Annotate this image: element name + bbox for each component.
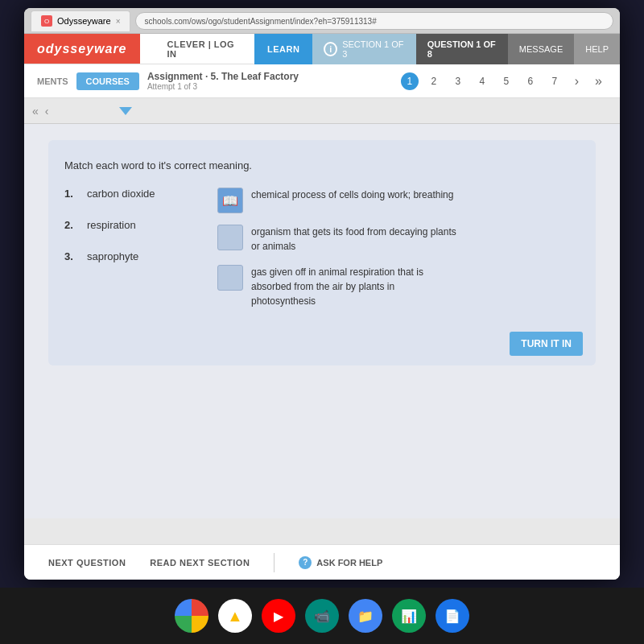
word-num-3: 3.	[64, 250, 80, 262]
taskbar-meet[interactable]: 📹	[305, 599, 339, 633]
assignment-sub: Attempt 1 of 3	[147, 82, 299, 91]
app-topbar: odysseyware Clever | Log in LEARN i SECT…	[24, 34, 620, 64]
words-column: 1. carbon dioxide 2. respiration 3. sapr…	[64, 188, 193, 320]
taskbar: ▲ ▶ 📹 📁 📊 📄	[0, 588, 644, 644]
word-num-1: 1.	[64, 188, 80, 200]
drag-icon-1: 📖	[222, 193, 238, 208]
assignment-bar: MENTS COURSES Assignment · 5. The Leaf F…	[24, 64, 620, 98]
nav-clever[interactable]: Clever | Log in	[156, 34, 255, 64]
word-text-3: saprophyte	[87, 250, 138, 262]
page-indicator	[119, 107, 132, 115]
page-num-2[interactable]: 2	[425, 72, 443, 90]
nav-learn[interactable]: LEARN	[254, 34, 312, 64]
read-next-section-button[interactable]: READ NEXT SECTION	[150, 558, 250, 568]
definition-text-1: chemical process of cells doing work; br…	[251, 188, 453, 202]
back-double-arrow[interactable]: «	[32, 105, 39, 118]
nav-help[interactable]: HELP	[574, 34, 620, 64]
drag-box-1[interactable]: 📖	[217, 188, 243, 213]
courses-button[interactable]: COURSES	[76, 72, 139, 90]
back-arrow[interactable]: ‹	[45, 105, 49, 118]
ments-label: MENTS	[37, 76, 68, 86]
taskbar-drive[interactable]: ▲	[218, 599, 252, 633]
taskbar-chrome[interactable]	[175, 599, 208, 633]
tab-favicon: O	[41, 15, 52, 27]
definition-text-3: gas given off in animal respiration that…	[251, 265, 460, 308]
nav-question-tab[interactable]: QUESTION 1 OF 8	[416, 34, 508, 64]
browser-bar: O Odysseyware × schools.com/ows/ogo/stud…	[24, 8, 620, 34]
word-item-3: 3. saprophyte	[64, 250, 193, 262]
nav-right: LEARN i SECTION 1 OF 3 QUESTION 1 OF 8 M…	[254, 34, 620, 64]
definition-item-3: gas given off in animal respiration that…	[217, 265, 580, 308]
definition-item-2: organism that gets its food from decayin…	[217, 225, 580, 254]
page-double-next-arrow[interactable]: »	[590, 72, 607, 90]
taskbar-youtube[interactable]: ▶	[262, 599, 295, 633]
turn-it-in-button[interactable]: TURN IT IN	[510, 332, 583, 356]
taskbar-docs[interactable]: 📄	[436, 599, 469, 633]
word-num-2: 2.	[64, 219, 80, 231]
main-content: Match each word to it's correct meaning.…	[24, 124, 620, 518]
word-text-2: respiration	[87, 219, 136, 231]
page-num-7[interactable]: 7	[546, 72, 564, 90]
ask-for-help-button[interactable]: ? ASK FOR HELP	[299, 556, 382, 569]
info-icon: i	[324, 42, 337, 56]
help-icon: ?	[299, 556, 312, 569]
ask-help-label: ASK FOR HELP	[316, 558, 382, 568]
word-item-2: 2. respiration	[64, 219, 193, 231]
page-numbers-row: 1 2 3 4 5 6 7 › »	[401, 72, 607, 90]
definitions-column: 📖 chemical process of cells doing work; …	[217, 188, 580, 320]
address-bar[interactable]: schools.com/ows/ogo/studentAssignment/in…	[135, 12, 613, 30]
page-num-3[interactable]: 3	[449, 72, 467, 90]
tab-close-button[interactable]: ×	[116, 17, 121, 26]
nav-message[interactable]: MESSAGE	[508, 34, 574, 64]
nav-links: Clever | Log in	[156, 34, 255, 64]
definition-item-1: 📖 chemical process of cells doing work; …	[217, 188, 580, 213]
page-num-1[interactable]: 1	[401, 72, 419, 90]
nav-section-tab[interactable]: i SECTION 1 OF 3	[312, 34, 415, 64]
definition-text-2: organism that gets its food from decayin…	[251, 225, 460, 254]
nav-arrows-row: « ‹	[24, 98, 620, 124]
assignment-title: Assignment · 5. The Leaf Factory	[147, 71, 299, 82]
drag-box-2[interactable]	[217, 225, 243, 250]
assignment-info: Assignment · 5. The Leaf Factory Attempt…	[147, 71, 299, 91]
taskbar-files[interactable]: 📁	[349, 599, 382, 633]
match-instruction: Match each word to it's correct meaning.	[64, 159, 580, 171]
taskbar-sheets[interactable]: 📊	[392, 599, 426, 633]
section-label: SECTION 1 OF 3	[342, 39, 405, 59]
app-logo: odysseyware	[24, 34, 140, 64]
divider	[274, 553, 275, 572]
tab-title: Odysseyware	[57, 16, 111, 26]
page-num-4[interactable]: 4	[473, 72, 491, 90]
question-area: Match each word to it's correct meaning.…	[48, 140, 596, 365]
match-layout: 1. carbon dioxide 2. respiration 3. sapr…	[64, 188, 580, 320]
page-num-5[interactable]: 5	[497, 72, 515, 90]
page-next-arrow[interactable]: ›	[570, 72, 584, 90]
page-num-6[interactable]: 6	[522, 72, 539, 90]
word-text-1: carbon dioxide	[87, 188, 155, 200]
drag-box-3[interactable]	[217, 265, 243, 291]
word-item-1: 1. carbon dioxide	[64, 188, 193, 200]
next-question-button[interactable]: NEXT QUESTION	[48, 558, 126, 568]
bottom-bar: NEXT QUESTION READ NEXT SECTION ? ASK FO…	[24, 544, 620, 580]
browser-tab[interactable]: O Odysseyware ×	[31, 10, 130, 31]
